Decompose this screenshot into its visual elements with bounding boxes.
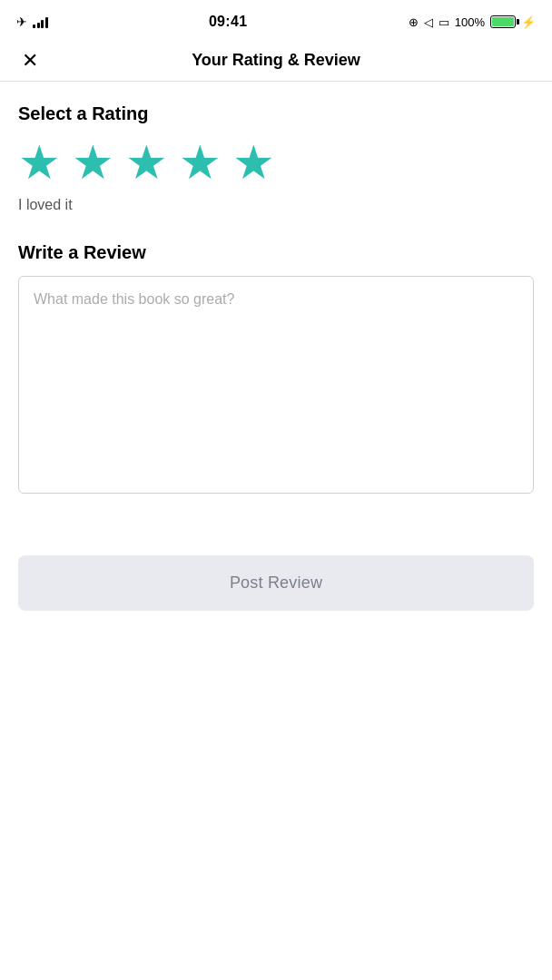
navigation-icon: ◁: [424, 15, 433, 29]
status-right: ⊕ ◁ ▭ 100% ⚡: [409, 15, 536, 29]
review-section-title: Write a Review: [18, 242, 534, 263]
header: ✕ Your Rating & Review: [0, 40, 552, 82]
battery-icon: [490, 15, 516, 28]
page-title: Your Rating & Review: [192, 51, 360, 70]
battery-percent: 100%: [455, 15, 485, 29]
rating-label: I loved it: [18, 197, 534, 213]
close-button[interactable]: ✕: [18, 47, 42, 74]
signal-bars-icon: [33, 16, 48, 28]
airplane-icon: ✈: [16, 15, 27, 29]
star-1[interactable]: ★: [18, 139, 61, 186]
review-section: Write a Review: [18, 242, 534, 497]
post-button-container: Post Review: [0, 537, 552, 629]
status-left: ✈: [16, 15, 48, 29]
stars-row[interactable]: ★ ★ ★ ★ ★: [18, 139, 534, 186]
rating-section: Select a Rating ★ ★ ★ ★ ★ I loved it: [18, 103, 534, 213]
rating-section-title: Select a Rating: [18, 103, 534, 124]
main-content: Select a Rating ★ ★ ★ ★ ★ I loved it Wri…: [0, 82, 552, 519]
charging-icon: ⚡: [521, 15, 536, 29]
review-input[interactable]: [18, 276, 534, 494]
screen-icon: ▭: [439, 15, 449, 29]
star-4[interactable]: ★: [179, 139, 222, 186]
status-bar: ✈ 09:41 ⊕ ◁ ▭ 100% ⚡: [0, 0, 552, 40]
post-review-button[interactable]: Post Review: [18, 555, 534, 611]
star-3[interactable]: ★: [125, 139, 168, 186]
location-icon: ⊕: [409, 15, 419, 29]
star-2[interactable]: ★: [72, 139, 114, 186]
status-time: 09:41: [209, 14, 247, 30]
star-5[interactable]: ★: [232, 139, 275, 186]
